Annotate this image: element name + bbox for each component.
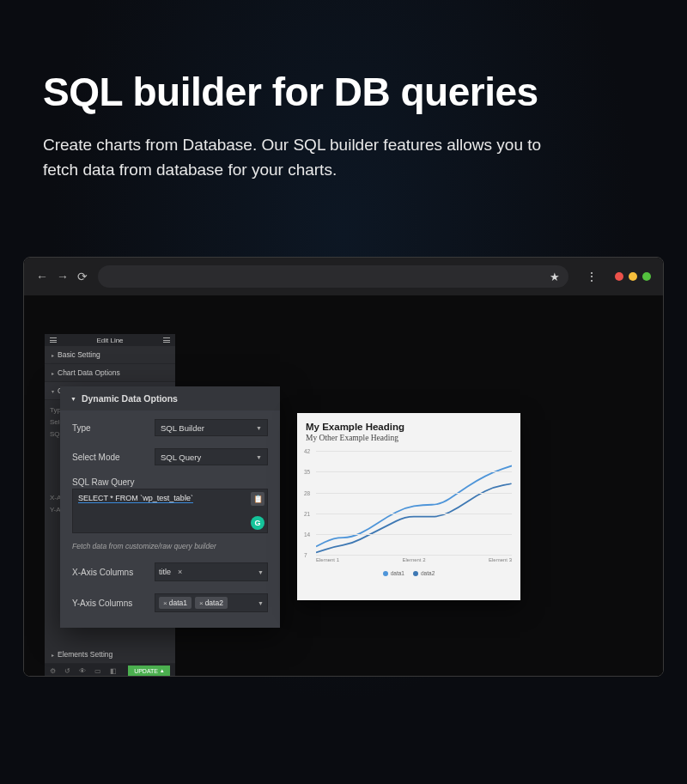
xtick: Element 2	[402, 557, 425, 562]
gridline	[316, 555, 512, 556]
yaxis-tag[interactable]: ×data1	[159, 597, 192, 609]
ytick: 21	[304, 510, 310, 516]
xtick: Element 3	[489, 557, 512, 562]
gridline	[316, 514, 512, 514]
ytick: 14	[304, 532, 310, 538]
mode-label: Select Mode	[72, 453, 146, 462]
xaxis-label: X-Axis Columns	[72, 568, 146, 577]
chevron-up-icon: ▴	[161, 667, 164, 674]
remove-icon[interactable]: ×	[199, 599, 204, 607]
mode-select[interactable]: SQL Query ▼	[155, 448, 268, 465]
section-label: Chart Data Options	[58, 368, 120, 377]
remove-icon[interactable]: ×	[163, 599, 167, 607]
chevron-down-icon: ▾	[52, 388, 54, 394]
chevron-right-icon: ▸	[52, 652, 54, 658]
section-elements-setting[interactable]: ▸ Elements Setting	[45, 646, 175, 664]
gridline	[316, 493, 512, 494]
panel-title: Edit Line	[96, 337, 123, 344]
update-label: UPDATE	[134, 668, 158, 674]
raw-query-label: SQL Raw Query	[72, 477, 268, 487]
sql-value: SELECT * FROM `wp_test_table`	[78, 494, 193, 503]
minimize-icon[interactable]	[629, 272, 637, 281]
gridline	[316, 534, 512, 535]
menu-icon[interactable]: ⋮	[579, 270, 605, 283]
page-subtitle: Create charts from Database. Our SQL bui…	[0, 132, 618, 217]
address-bar[interactable]: ★	[98, 265, 568, 288]
gridline	[316, 451, 512, 452]
legend-swatch	[383, 571, 388, 576]
desktop-icon[interactable]: ▭	[94, 667, 101, 675]
chart-xaxis: Element 1 Element 2 Element 3	[316, 557, 512, 562]
tag-label: data2	[205, 599, 223, 607]
chevron-right-icon: ▸	[52, 370, 54, 376]
back-icon[interactable]: ←	[36, 270, 48, 283]
chart-legend: data1 data2	[306, 570, 512, 576]
chart-preview: My Example Heading My Other Example Head…	[297, 413, 520, 600]
chevron-down-icon: ▼	[256, 425, 262, 431]
chevron-down-icon[interactable]: ▼	[70, 396, 76, 402]
dynamic-data-popover: ▼ Dynamic Data Options Type SQL Builder …	[60, 386, 280, 628]
reload-icon[interactable]: ⟳	[77, 270, 88, 283]
xaxis-value: title	[159, 568, 171, 576]
popover-title: Dynamic Data Options	[82, 393, 178, 404]
chevron-down-icon: ▼	[256, 454, 262, 460]
history-icon[interactable]: ↺	[64, 667, 70, 675]
browser-viewport: Edit Line ▸ Basic Setting ▸ Chart Data O…	[24, 295, 663, 676]
hamburger-icon[interactable]	[50, 337, 57, 343]
browser-toolbar: ← → ⟳ ★ ⋮	[24, 258, 663, 295]
gridline	[316, 471, 512, 472]
tag-label: data1	[169, 599, 187, 607]
yaxis-tag[interactable]: ×data2	[195, 597, 228, 609]
legend-item: data2	[413, 570, 435, 576]
chevron-down-icon: ▼	[258, 600, 264, 606]
preview-icon[interactable]: ◧	[110, 667, 117, 675]
clear-icon[interactable]: ×	[178, 568, 182, 576]
window-controls	[615, 272, 651, 281]
forward-icon[interactable]: →	[57, 270, 69, 283]
type-select[interactable]: SQL Builder ▼	[155, 419, 268, 436]
section-label: Basic Setting	[58, 350, 100, 359]
close-icon[interactable]	[615, 272, 623, 281]
ytick: 7	[304, 552, 307, 558]
grid-icon[interactable]	[163, 337, 170, 343]
type-value: SQL Builder	[161, 423, 204, 433]
legend-label: data1	[391, 570, 404, 576]
chart-title: My Example Heading	[306, 422, 512, 432]
helper-text: Fetch data from customize/raw query buil…	[72, 542, 268, 550]
xaxis-select[interactable]: title × ▼	[155, 562, 268, 581]
ytick: 42	[304, 448, 310, 454]
yaxis-label: Y-Axis Columns	[72, 599, 146, 608]
section-chart-data-options[interactable]: ▸ Chart Data Options	[45, 364, 175, 382]
chevron-down-icon: ▼	[258, 569, 264, 575]
legend-swatch	[413, 571, 418, 576]
type-label: Type	[72, 423, 146, 433]
chart-lines	[316, 451, 512, 556]
chart-plot: Element 1 Element 2 Element 3 data1 data…	[306, 451, 512, 578]
legend-item: data1	[383, 570, 404, 576]
section-label: Elements Setting	[58, 650, 112, 659]
grammarly-icon[interactable]: G	[251, 516, 264, 530]
sql-textarea[interactable]: SELECT * FROM `wp_test_table` 📋 G	[72, 489, 268, 533]
page-title: SQL builder for DB queries	[0, 0, 687, 132]
chevron-right-icon: ▸	[52, 352, 54, 358]
mode-value: SQL Query	[161, 453, 201, 462]
chart-subtitle: My Other Example Heading	[306, 434, 512, 442]
star-icon[interactable]: ★	[550, 270, 560, 283]
maximize-icon[interactable]	[642, 272, 651, 281]
legend-label: data2	[421, 570, 435, 576]
copy-icon[interactable]: 📋	[251, 492, 264, 506]
series-line	[316, 483, 512, 552]
yaxis-select[interactable]: ×data1 ×data2 ▼	[155, 593, 268, 612]
xtick: Element 1	[316, 557, 339, 562]
section-basic-setting[interactable]: ▸ Basic Setting	[45, 346, 175, 364]
update-button[interactable]: UPDATE ▴	[128, 665, 170, 676]
ytick: 35	[304, 469, 310, 475]
ytick: 28	[304, 489, 310, 495]
browser-frame: ← → ⟳ ★ ⋮ Edit Line ▸ Basic Setting	[23, 257, 664, 677]
settings-icon[interactable]: ⚙	[50, 667, 56, 675]
eye-icon[interactable]: 👁	[79, 667, 86, 675]
